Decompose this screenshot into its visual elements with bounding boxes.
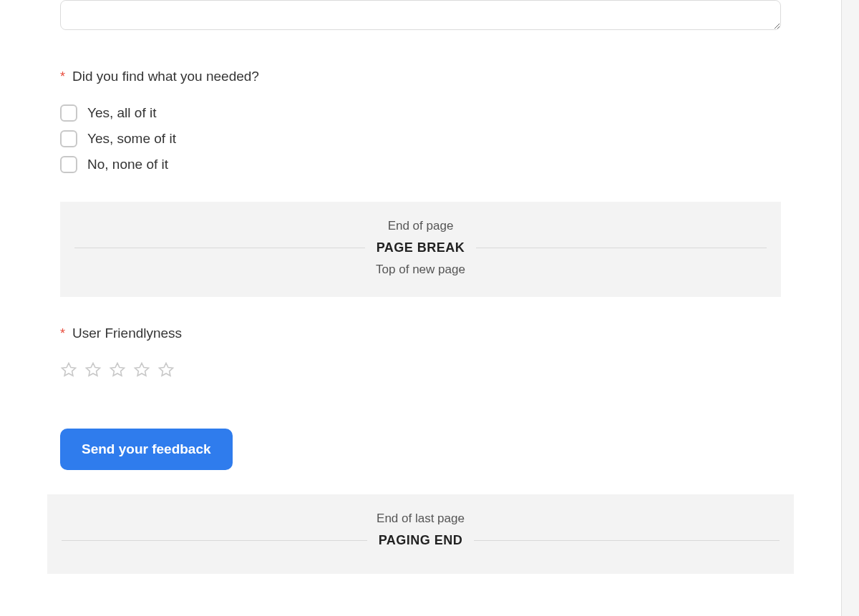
page-break-title-row: PAGE BREAK (60, 240, 781, 255)
question-user-friendliness: * User Friendlyness (60, 326, 781, 378)
divider-line (476, 248, 767, 248)
checkbox-options: Yes, all of it Yes, some of it No, none … (60, 104, 781, 173)
required-star-icon: * (60, 326, 65, 341)
checkbox-input[interactable] (60, 130, 77, 147)
form-content: * Did you find what you needed? Yes, all… (0, 0, 841, 574)
page-break-block: End of page PAGE BREAK Top of new page (60, 202, 781, 297)
question-label: * User Friendlyness (60, 326, 781, 341)
checkbox-input[interactable] (60, 104, 77, 122)
star-icon[interactable] (109, 361, 126, 378)
checkbox-label: Yes, some of it (87, 131, 176, 147)
paging-end-title-row: PAGING END (47, 533, 794, 548)
star-icon[interactable] (84, 361, 102, 378)
checkbox-option-1: Yes, all of it (60, 104, 781, 122)
star-rating (60, 361, 781, 378)
checkbox-label: Yes, all of it (87, 105, 156, 121)
page-break-title: PAGE BREAK (377, 240, 465, 255)
paging-end-title: PAGING END (379, 533, 463, 548)
question-text: User Friendlyness (72, 326, 182, 341)
paging-end-block: End of last page PAGING END (47, 494, 794, 574)
checkbox-option-3: No, none of it (60, 156, 781, 173)
divider-line (74, 248, 365, 248)
star-icon[interactable] (60, 361, 77, 378)
page-break-top-text: End of page (60, 219, 781, 233)
checkbox-option-2: Yes, some of it (60, 130, 781, 147)
divider-line (474, 540, 780, 541)
checkbox-input[interactable] (60, 156, 77, 173)
question-find-needed: * Did you find what you needed? Yes, all… (60, 69, 781, 173)
page-break-bottom-text: Top of new page (60, 263, 781, 277)
checkbox-label: No, none of it (87, 157, 168, 172)
question-text: Did you find what you needed? (72, 69, 259, 84)
star-icon[interactable] (157, 361, 175, 378)
required-star-icon: * (60, 69, 65, 84)
question-label: * Did you find what you needed? (60, 69, 781, 84)
form-page: * Did you find what you needed? Yes, all… (0, 0, 842, 616)
paging-end-top-text: End of last page (47, 512, 794, 526)
divider-line (62, 540, 367, 541)
star-icon[interactable] (133, 361, 150, 378)
submit-button[interactable]: Send your feedback (60, 429, 233, 470)
feedback-textarea[interactable] (60, 0, 781, 30)
